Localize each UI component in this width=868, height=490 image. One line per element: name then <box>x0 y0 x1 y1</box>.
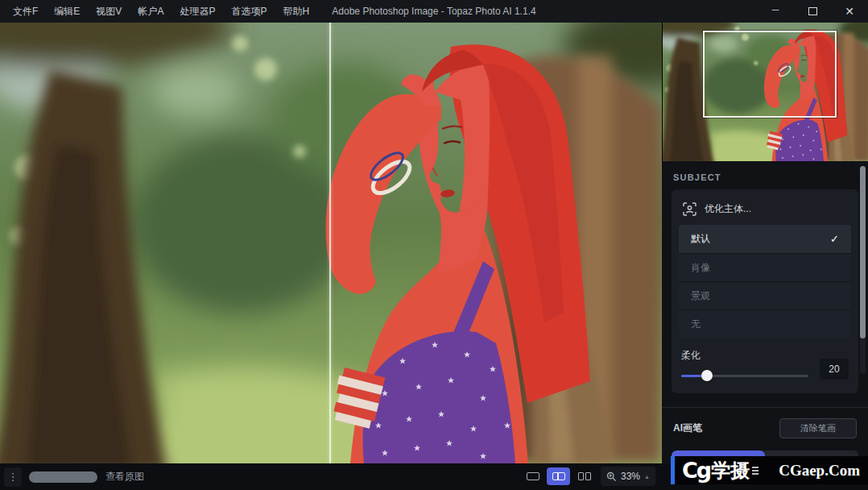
kebab-menu-icon: ⋮ <box>8 471 19 483</box>
maximize-button[interactable] <box>794 0 831 23</box>
side-by-side-view-icon <box>578 472 591 480</box>
soften-slider-thumb[interactable] <box>701 370 713 381</box>
view-original-label: 查看原图 <box>105 470 144 484</box>
side-by-side-view-button[interactable] <box>572 467 596 485</box>
section-divider <box>662 407 868 408</box>
close-icon: ✕ <box>845 6 854 17</box>
sidebar: SUBJECT 优化主体... 默认 ✓ <box>662 23 868 463</box>
refine-subject-button[interactable]: 优化主体... <box>679 195 851 222</box>
watermark-logo-cn: 学摄 <box>711 458 750 484</box>
view-mode-group <box>521 467 596 485</box>
refine-subject-label: 优化主体... <box>705 202 751 216</box>
watermark-body: Cg 学摄 CGaep.Com <box>675 456 868 484</box>
clear-strokes-button[interactable]: 清除笔画 <box>779 418 857 438</box>
photo-canvas[interactable] <box>0 23 662 463</box>
single-view-button[interactable] <box>521 467 544 485</box>
option-default-label: 默认 <box>691 232 710 246</box>
option-landscape[interactable]: 景观 <box>679 281 851 309</box>
sidebar-scrollbar-thumb[interactable] <box>860 166 866 338</box>
option-none-label: 无 <box>691 318 701 331</box>
subject-group: 优化主体... 默认 ✓ 肖像 景观 无 <box>672 189 858 393</box>
watermark-fineprint-marks <box>752 467 758 475</box>
menu-item-help[interactable]: 帮助H <box>275 0 317 23</box>
zoom-dropdown-arrow-icon: ▲ <box>644 474 650 480</box>
view-original-toggle[interactable] <box>29 471 97 483</box>
subject-select-icon <box>683 202 696 216</box>
menubar: 文件F 编辑E 视图V 帐户A 处理器P 首选项P 帮助H <box>0 0 317 23</box>
split-view-button[interactable] <box>547 467 570 485</box>
maximize-icon <box>808 7 817 15</box>
option-portrait[interactable]: 肖像 <box>679 253 851 281</box>
ai-brush-header: AI画笔 清除笔画 <box>672 418 858 438</box>
menu-item-processor[interactable]: 处理器P <box>172 0 223 23</box>
subject-panel-title: SUBJECT <box>673 172 857 182</box>
soften-control: 柔化 20 <box>679 349 851 381</box>
window-controls: ─ ✕ <box>757 0 868 23</box>
zoom-control[interactable]: 33% ▲ <box>601 467 655 486</box>
masked-photo <box>0 23 662 463</box>
more-options-button[interactable]: ⋮ <box>4 467 22 487</box>
menu-item-account[interactable]: 帐户A <box>130 0 172 23</box>
subject-panel: SUBJECT 优化主体... 默认 ✓ <box>662 161 868 477</box>
split-view-divider[interactable] <box>329 23 331 463</box>
soften-label: 柔化 <box>681 349 808 363</box>
menu-item-edit[interactable]: 编辑E <box>46 0 88 23</box>
watermark: Cg 学摄 CGaep.Com <box>671 456 868 484</box>
soften-slider[interactable] <box>681 370 808 381</box>
titlebar: 文件F 编辑E 视图V 帐户A 处理器P 首选项P 帮助H Adobe Phot… <box>0 0 868 23</box>
option-default[interactable]: 默认 ✓ <box>679 225 851 253</box>
minimize-button[interactable]: ─ <box>757 0 794 23</box>
close-button[interactable]: ✕ <box>831 0 868 23</box>
option-none[interactable]: 无 <box>679 309 851 338</box>
sidebar-scrollbar <box>860 166 866 374</box>
soften-value-box[interactable]: 20 <box>820 359 849 380</box>
menu-item-preferences[interactable]: 首选项P <box>223 0 275 23</box>
navigator-panel[interactable] <box>662 23 868 161</box>
watermark-logo-latin: Cg <box>682 458 710 483</box>
subject-options-list: 默认 ✓ 肖像 景观 无 <box>679 225 851 338</box>
menu-item-file[interactable]: 文件F <box>5 0 46 23</box>
ai-brush-label: AI画笔 <box>673 421 702 435</box>
app-window: 文件F 编辑E 视图V 帐户A 处理器P 首选项P 帮助H Adobe Phot… <box>0 0 868 490</box>
option-landscape-label: 景观 <box>691 289 710 303</box>
minimize-icon: ─ <box>772 5 779 15</box>
zoom-level: 33% <box>621 471 640 482</box>
option-portrait-label: 肖像 <box>691 261 710 275</box>
single-view-icon <box>527 472 539 480</box>
split-view-icon <box>552 472 565 480</box>
zoom-magnifier-icon <box>606 471 617 482</box>
navigator-viewport-rect[interactable] <box>703 31 837 118</box>
watermark-site: CGaep.Com <box>779 462 860 480</box>
checkmark-icon: ✓ <box>830 233 839 245</box>
menu-item-view[interactable]: 视图V <box>88 0 130 23</box>
